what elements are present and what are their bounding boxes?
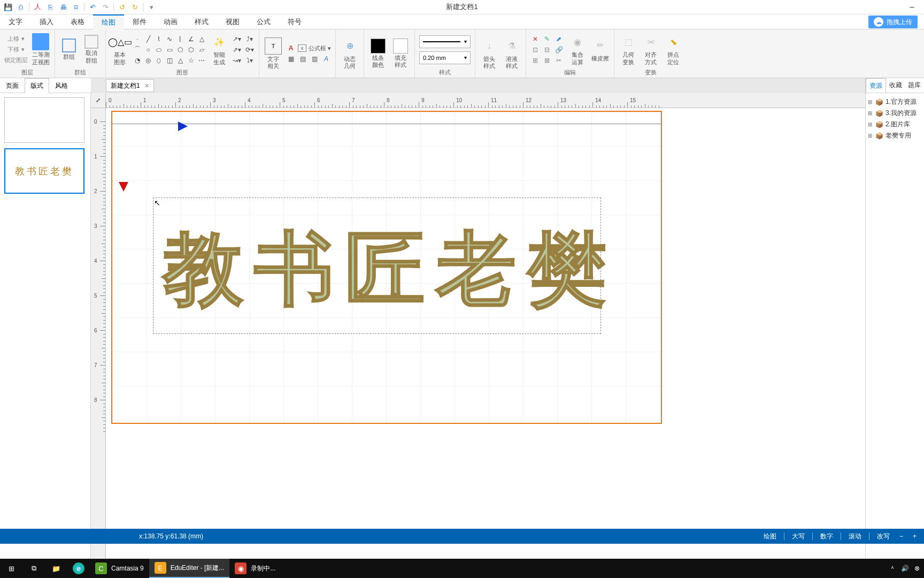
volume-icon[interactable]: 🔊 — [901, 565, 909, 572]
canvas-page[interactable]: 教书匠老樊 ↖ — [111, 111, 662, 424]
snap-button[interactable]: ⬊ 拼点 定位 — [664, 33, 683, 65]
copy-icon[interactable]: ⎘ — [45, 2, 55, 12]
shape-angle[interactable]: ∠ — [186, 34, 196, 44]
start-button[interactable]: ⊞ — [0, 559, 22, 578]
solution-style-button[interactable]: ⚗ 溶液 样式 — [502, 37, 521, 70]
arrow-style-6[interactable]: ⤵▾ — [245, 56, 255, 65]
shape-curve[interactable]: ⌇ — [154, 34, 164, 44]
align-button[interactable]: ⫘ 对齐 方式 — [641, 33, 660, 65]
camtasia-button[interactable]: CCamtasia 9 — [90, 559, 149, 578]
shape-pentagon[interactable]: ⬠ — [175, 45, 185, 55]
shape-ring[interactable]: ◎ — [143, 56, 153, 65]
status-num[interactable]: 数字 — [818, 532, 835, 541]
text-a-button[interactable]: A — [286, 43, 296, 53]
status-draw[interactable]: 绘图 — [761, 532, 779, 541]
recording-button[interactable]: ◉录制中... — [229, 559, 281, 578]
lock-layer-button[interactable]: 锁定图层 — [4, 56, 28, 65]
zoom-out-button[interactable]: − — [897, 533, 905, 540]
menu-symbol[interactable]: 符号 — [279, 14, 310, 29]
explorer-button[interactable]: 📁 — [45, 559, 67, 578]
line-color-button[interactable]: 线条 颜色 — [368, 39, 388, 69]
edit-icon-9[interactable]: ✂ — [554, 56, 564, 65]
arrow-style-2[interactable]: ⇗▾ — [232, 45, 242, 55]
ruler-vertical[interactable]: 012345678 — [91, 108, 106, 559]
shape-more[interactable]: ⋯ — [197, 56, 206, 65]
line-width-dropdown[interactable]: 0.20 mm▾ — [419, 51, 471, 64]
shape-triangle[interactable]: △ — [197, 34, 206, 44]
group-button[interactable]: 群组 — [59, 39, 79, 60]
status-scroll[interactable]: 滚动 — [846, 532, 864, 541]
doc-tab[interactable]: 新建文档1 ✕ — [106, 79, 154, 92]
edit-icon-6[interactable]: 🔗 — [554, 45, 564, 55]
text-related-button[interactable]: T 文字 相关 — [264, 37, 283, 70]
tree-item[interactable]: ⊞📦老樊专用 — [868, 130, 922, 141]
slide-thumb-1[interactable] — [4, 97, 84, 143]
status-overwrite[interactable]: 改写 — [875, 532, 892, 541]
tray-up-icon[interactable]: ＾ — [889, 564, 896, 573]
shape-dot[interactable]: · — [133, 34, 142, 44]
isometric-view-button[interactable]: 二等测 正视图 — [31, 33, 50, 65]
expand-icon[interactable]: ⊞ — [868, 133, 873, 139]
eraser-button[interactable]: ✏ 橡皮擦 — [590, 37, 610, 62]
arrow-style-4[interactable]: ⤴▾ — [245, 34, 255, 44]
menu-formula[interactable]: 公式 — [248, 14, 279, 29]
red-marker-icon[interactable] — [119, 182, 128, 192]
lefttab-style[interactable]: 风格 — [49, 78, 74, 93]
shape-star[interactable]: ☆ — [186, 56, 196, 65]
eduediter-button[interactable]: EEduEditer - [新建... — [149, 559, 230, 578]
set-operation-button[interactable]: ◉ 集合 运算 — [568, 33, 587, 65]
smart-generate-button[interactable]: ✨ 智能 生成 — [210, 33, 229, 65]
lefttab-layout[interactable]: 版式 — [25, 78, 49, 93]
arrow-style-5[interactable]: ⟳▾ — [245, 45, 255, 55]
geo-transform-button[interactable]: ⬚ 几何 变换 — [619, 33, 638, 65]
shape-cylinder[interactable]: ⬯ — [154, 56, 164, 65]
slide-thumb-2[interactable]: 教书匠老樊 — [4, 148, 84, 194]
shape-cube[interactable]: ◫ — [165, 56, 174, 65]
expand-icon[interactable]: ⊞ — [868, 99, 873, 105]
print-icon[interactable]: 🖶 — [58, 2, 68, 12]
arrow-style-1[interactable]: ↗▾ — [232, 34, 242, 44]
lefttab-page[interactable]: 页面 — [0, 78, 25, 93]
tree-item[interactable]: ⊞📦2.图片库 — [868, 119, 922, 130]
task-view-button[interactable]: ⧉ — [22, 559, 45, 578]
rp-tab-favorites[interactable]: 收藏 — [886, 78, 905, 93]
edit-icon-4[interactable]: ⊡ — [530, 45, 540, 55]
rotate-right-icon[interactable]: ↻ — [130, 2, 140, 12]
menu-style[interactable]: 样式 — [186, 14, 217, 29]
ruler-horizontal[interactable]: 0123456789101112131415 — [106, 93, 865, 108]
menu-view[interactable]: 视图 — [217, 14, 248, 29]
edit-icon-3[interactable]: ⬈ — [554, 34, 564, 44]
save-multi-icon[interactable]: ⎙ — [16, 2, 26, 12]
tray-close-icon[interactable]: ⊗ — [914, 565, 920, 572]
play-marker-icon[interactable] — [178, 121, 188, 131]
line-style-dropdown[interactable]: ▾ — [419, 35, 471, 48]
shape-cone[interactable]: △ — [175, 56, 185, 65]
shape-hexagon[interactable]: ⬡ — [186, 45, 196, 55]
edit-icon-8[interactable]: ⊠ — [542, 56, 552, 65]
expand-icon[interactable]: ⊞ — [868, 121, 873, 127]
align-3[interactable]: ▥ — [310, 54, 319, 64]
basic-shapes-button[interactable]: ◯△▭ 基本 图形 — [110, 33, 129, 65]
zoom-in-button[interactable]: + — [911, 533, 919, 540]
shape-poly[interactable]: ▱ — [197, 45, 206, 55]
edit-icon-5[interactable]: ⊟ — [542, 45, 552, 55]
menu-draw[interactable]: 绘图 — [93, 14, 124, 29]
menu-component[interactable]: 部件 — [124, 14, 155, 29]
dynamic-geometry-button[interactable]: ⊕ 动态 几何 — [340, 37, 359, 70]
status-caps[interactable]: 大写 — [790, 532, 807, 541]
more-icon[interactable]: ▾ — [147, 2, 156, 12]
shape-zigzag[interactable]: ⦚ — [175, 34, 185, 44]
ungroup-button[interactable]: 取消 群组 — [82, 35, 101, 64]
upload-button[interactable]: ☁ 拖拽上传 — [868, 16, 918, 28]
arrow-style-3[interactable]: ↝▾ — [232, 56, 242, 65]
redo-icon[interactable]: ↷ — [101, 2, 110, 12]
undo-icon[interactable]: ↶ — [88, 2, 97, 12]
align-2[interactable]: ▤ — [298, 54, 307, 64]
text-box-button[interactable]: x — [298, 44, 306, 52]
canvas-text[interactable]: 教书匠老樊 — [163, 216, 618, 324]
edit-icon-1[interactable]: ✕ — [530, 34, 540, 44]
menu-insert[interactable]: 插入 — [31, 14, 62, 29]
shape-ellipse[interactable]: ⬭ — [154, 45, 164, 55]
shape-circle[interactable]: ○ — [143, 45, 153, 55]
expand-icon[interactable]: ⊞ — [868, 110, 873, 116]
